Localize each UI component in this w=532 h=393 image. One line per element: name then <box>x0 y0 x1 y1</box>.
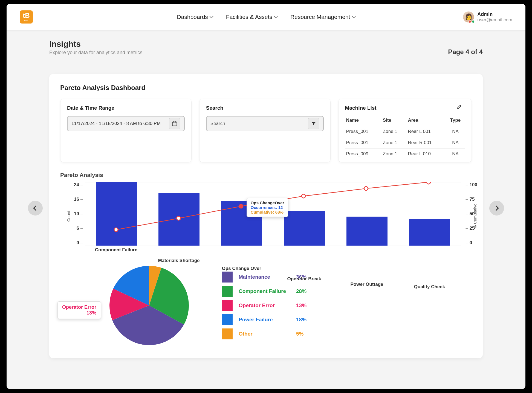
legend-item[interactable]: Other5% <box>222 328 307 339</box>
svg-point-1 <box>114 228 118 232</box>
top-nav: Dashboards Facilities & Assets Resource … <box>177 14 355 20</box>
search-input[interactable]: Search <box>206 116 324 131</box>
pie-chart: Operator Error 13% <box>109 266 189 345</box>
panel-search: Search Search <box>199 99 331 162</box>
panel-date-range: Date & Time Range 11/17/2024 - 11/18/202… <box>60 99 192 162</box>
y-axis-left-label: Count <box>66 211 71 222</box>
filter-icon[interactable] <box>308 118 319 129</box>
dashboard-title: Pareto Analysis Dashboard <box>60 84 472 92</box>
svg-rect-0 <box>172 122 177 126</box>
legend-item[interactable]: Component Failure28% <box>222 286 307 297</box>
pareto-title: Pareto Analysis <box>60 172 472 178</box>
y-axis-right: 1007550250 <box>465 182 477 246</box>
nav-resource[interactable]: Resource Management <box>290 14 355 20</box>
legend-label: Power Failure <box>239 317 290 323</box>
nav-dashboards[interactable]: Dashboards <box>177 14 213 20</box>
machine-table: NameSiteAreaType Press_001Zone 1Rear L 0… <box>345 116 465 159</box>
avatar: 👩 <box>463 11 474 22</box>
bar-label: Component Failure <box>95 247 137 253</box>
table-row[interactable]: Press_009Zone 1Rear L 010NA <box>345 149 465 160</box>
legend-item[interactable]: Operator Error13% <box>222 300 307 311</box>
chart-tooltip: Ops ChangeOver Occurrences: 12 Cumulativ… <box>247 198 288 217</box>
svg-point-5 <box>364 187 368 190</box>
bar-label: Operator Break <box>287 276 321 282</box>
page-number: Page 4 of 4 <box>448 48 483 56</box>
chevron-down-icon <box>274 14 278 18</box>
svg-point-2 <box>177 216 181 220</box>
legend-item[interactable]: Power Failure18% <box>222 314 307 325</box>
legend-pct: 13% <box>296 302 307 308</box>
chevron-right-icon <box>493 205 499 211</box>
bar-label: Power Outtage <box>351 282 383 287</box>
calendar-icon[interactable] <box>169 118 180 129</box>
svg-point-4 <box>302 194 305 198</box>
bar-label: Quality Check <box>414 284 445 290</box>
legend-swatch <box>222 272 233 283</box>
page-title: Insights <box>49 39 483 49</box>
nav-facilities[interactable]: Facilities & Assets <box>226 14 277 20</box>
legend-label: Component Failure <box>239 288 290 294</box>
date-range-input[interactable]: 11/17/2024 - 11/18/2024 - 8 AM to 6:30 P… <box>67 116 185 131</box>
svg-point-3 <box>239 204 243 208</box>
legend-swatch <box>222 286 233 297</box>
svg-point-6 <box>427 182 430 184</box>
legend-pct: 18% <box>296 317 307 323</box>
edit-icon[interactable] <box>456 104 463 110</box>
user-email: user@email.com <box>477 17 512 23</box>
legend-pct: 28% <box>296 288 307 294</box>
user-menu[interactable]: 👩 Admin user@email.com <box>463 11 512 23</box>
bar-label: Materials Shortage <box>158 258 199 263</box>
bar-label: Ops Change Over <box>222 266 261 271</box>
user-name: Admin <box>477 11 512 17</box>
pareto-chart: Count % Cumulative 24161060 1007550250 C… <box>77 182 461 253</box>
legend-swatch <box>222 328 233 339</box>
legend-label: Other <box>239 331 290 337</box>
chevron-down-icon <box>210 14 213 18</box>
y-axis-left: 24161060 <box>74 182 83 246</box>
panel-title: Search <box>206 105 324 111</box>
legend-label: Maintenance <box>239 274 290 280</box>
chevron-down-icon <box>352 14 355 18</box>
prev-page-button[interactable] <box>28 201 43 216</box>
table-row[interactable]: Press_001Zone 1Rear R 001NA <box>345 137 465 149</box>
dashboard-card: Pareto Analysis Dashboard Date & Time Ra… <box>49 74 483 358</box>
page-subtitle: Explore your data for analytics and metr… <box>49 50 483 56</box>
legend-pct: 5% <box>296 331 303 337</box>
next-page-button[interactable] <box>489 201 504 216</box>
panel-machine-list: Machine List NameSiteAreaType Press_001Z… <box>338 99 472 162</box>
chevron-left-icon <box>33 205 39 211</box>
logo: tBMax <box>20 10 33 24</box>
panel-title: Machine List <box>345 105 377 111</box>
legend-swatch <box>222 314 233 325</box>
top-bar: tBMax Dashboards Facilities & Assets Res… <box>7 4 525 30</box>
legend-label: Operator Error <box>239 302 290 308</box>
pie-callout: Operator Error 13% <box>57 301 101 319</box>
panel-title: Date & Time Range <box>67 105 185 111</box>
legend-swatch <box>222 300 233 311</box>
table-row[interactable]: Press_001Zone 1Rear L 001NA <box>345 126 465 137</box>
